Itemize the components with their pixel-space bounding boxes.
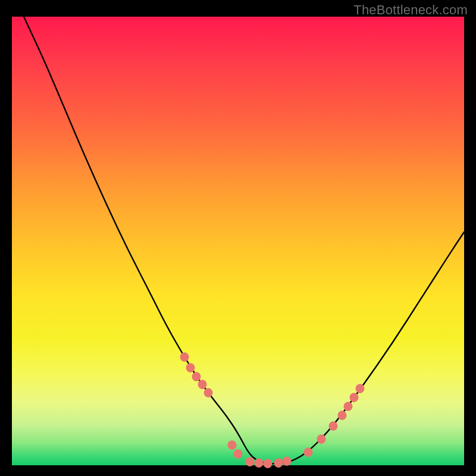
curve-marker xyxy=(356,384,365,393)
curve-marker xyxy=(338,411,347,420)
curve-marker xyxy=(246,457,255,466)
curve-marker xyxy=(329,421,338,431)
watermark-text: TheBottleneck.com xyxy=(353,2,468,18)
curve-marker xyxy=(350,393,359,402)
bottleneck-curve xyxy=(24,17,464,464)
curve-marker xyxy=(186,363,195,372)
curve-marker xyxy=(274,458,283,468)
curve-marker xyxy=(228,440,237,450)
curve-marker xyxy=(204,388,213,397)
curve-svg xyxy=(12,17,464,465)
curve-markers xyxy=(180,352,365,468)
curve-marker xyxy=(283,456,292,466)
curve-marker xyxy=(234,449,243,459)
curve-marker xyxy=(304,447,313,457)
curve-marker xyxy=(264,459,273,468)
curve-marker xyxy=(317,434,326,444)
curve-marker xyxy=(192,372,201,381)
chart-frame: TheBottleneck.com xyxy=(0,0,476,476)
curve-marker xyxy=(255,458,264,468)
curve-marker xyxy=(344,402,353,411)
plot-area xyxy=(12,17,464,465)
curve-marker xyxy=(180,352,189,362)
curve-marker xyxy=(198,380,207,389)
